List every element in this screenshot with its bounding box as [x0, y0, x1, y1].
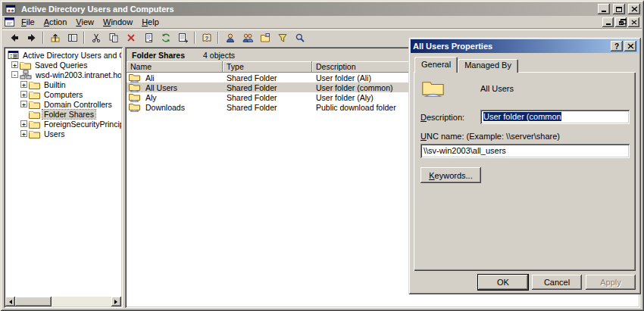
- scroll-track[interactable]: [52, 297, 111, 306]
- unc-name-input[interactable]: \\sv-win2003\all_users: [420, 144, 630, 158]
- tree-expander-icon[interactable]: +: [20, 91, 27, 98]
- properties-button[interactable]: [139, 30, 157, 45]
- refresh-button[interactable]: [157, 30, 174, 45]
- export-list-button[interactable]: [174, 30, 192, 45]
- create-new-user-button[interactable]: [221, 30, 239, 45]
- minimize-button[interactable]: [598, 4, 610, 14]
- tree-expander-icon[interactable]: +: [20, 81, 27, 88]
- set-filter-button[interactable]: [274, 30, 291, 45]
- column-header-name[interactable]: Name: [127, 61, 223, 73]
- find-objects-button[interactable]: [291, 30, 308, 45]
- close-button[interactable]: [628, 4, 640, 14]
- folder-icon: [29, 80, 40, 89]
- cell-name: Ali: [145, 73, 155, 82]
- copy-icon: [108, 33, 119, 43]
- column-header-type[interactable]: Type: [223, 61, 312, 73]
- cell-type: Shared Folder: [223, 103, 312, 112]
- tree-item-foreignsecurityprincipals[interactable]: + ForeignSecurityPrincipals: [5, 119, 121, 129]
- toolbar-separator: [42, 32, 44, 44]
- scroll-right-button[interactable]: [111, 297, 121, 306]
- tree-item-label: Users: [42, 129, 66, 138]
- forward-button[interactable]: [23, 30, 40, 45]
- cell-type: Shared Folder: [223, 83, 312, 92]
- new-user-icon: [225, 33, 236, 43]
- cut-button[interactable]: [87, 30, 105, 45]
- child-close-button[interactable]: [628, 17, 639, 27]
- menu-view[interactable]: View: [71, 17, 98, 28]
- refresh-icon: [161, 33, 171, 43]
- back-button[interactable]: [5, 30, 23, 45]
- restore-icon: [619, 21, 624, 25]
- console-window-icon: [5, 17, 14, 26]
- tree-item-label: Folder Shares: [42, 110, 95, 119]
- dialog-tabs: General Managed By: [414, 57, 518, 73]
- tree-item-label: Builtin: [42, 80, 67, 89]
- back-icon: [9, 33, 20, 43]
- all-users-properties-dialog: All Users Properties ? General Managed B…: [408, 37, 641, 294]
- folder-icon: [29, 120, 40, 129]
- tree-expander-icon[interactable]: +: [11, 61, 18, 68]
- tree-item-users[interactable]: + Users: [5, 129, 121, 138]
- dialog-titlebar[interactable]: All Users Properties ?: [411, 39, 639, 53]
- unc-name-value: \\sv-win2003\all_users: [424, 146, 506, 155]
- maximize-button[interactable]: [613, 4, 625, 14]
- svg-text:?: ?: [205, 35, 208, 42]
- tree-item-builtin[interactable]: + Builtin: [5, 79, 121, 89]
- child-restore-button[interactable]: [615, 17, 627, 27]
- create-new-organizational-unit-button[interactable]: [256, 30, 274, 45]
- delete-icon: [126, 33, 136, 43]
- tree-item-folder-shares[interactable]: Folder Shares: [5, 109, 121, 119]
- close-icon: [631, 6, 638, 12]
- tree-item-saved-queries[interactable]: + Saved Queries: [5, 60, 121, 70]
- tree-expander-icon[interactable]: +: [20, 130, 27, 137]
- up-one-level-button[interactable]: [46, 30, 64, 45]
- app-icon: [5, 4, 16, 14]
- tree-expander-icon[interactable]: +: [20, 101, 27, 107]
- tree-item-domain-controllers[interactable]: + Domain Controllers: [5, 99, 121, 109]
- toolbar-separator: [217, 32, 219, 44]
- shared-folder-icon: [128, 92, 141, 102]
- object-name: All Users: [480, 84, 514, 93]
- shared-folder-icon: [128, 82, 141, 92]
- tree-item-domain[interactable]: - wsd-win2003.intranet.home: [5, 70, 121, 79]
- horizontal-scrollbar[interactable]: [5, 297, 121, 306]
- child-window-controls: [602, 17, 641, 27]
- shared-folder-large-icon: [421, 79, 445, 97]
- help-button[interactable]: ?: [198, 30, 215, 45]
- cancel-button[interactable]: Cancel: [532, 275, 582, 290]
- tab-managed-by[interactable]: Managed By: [458, 59, 518, 73]
- keywords-button[interactable]: Keywords...: [420, 167, 481, 183]
- apply-button[interactable]: Apply: [586, 275, 636, 290]
- child-minimize-button[interactable]: [602, 17, 614, 27]
- menu-window[interactable]: Window: [98, 17, 137, 28]
- scroll-thumb[interactable]: [15, 297, 52, 306]
- tree-expander-icon[interactable]: +: [20, 120, 27, 127]
- scroll-left-button[interactable]: [5, 297, 15, 306]
- show-hide-console-tree-button[interactable]: [64, 30, 81, 45]
- dialog-close-button[interactable]: [624, 41, 636, 51]
- create-new-group-button[interactable]: [239, 30, 256, 45]
- menu-action[interactable]: Action: [39, 17, 72, 28]
- ok-button[interactable]: OK: [478, 275, 528, 290]
- menu-help[interactable]: Help: [137, 17, 164, 28]
- tree-item-computers[interactable]: + Computers: [5, 89, 121, 99]
- domain-icon: [20, 70, 32, 79]
- export-list-icon: [178, 33, 189, 43]
- menu-file[interactable]: File: [17, 17, 39, 28]
- tree-expander-icon[interactable]: -: [11, 71, 18, 78]
- tree-item-label: Computers: [42, 90, 84, 99]
- dialog-title: All Users Properties: [413, 42, 609, 51]
- menu-bar: File Action View Window Help: [2, 16, 642, 29]
- arrow-left-icon: [7, 300, 12, 304]
- folder-icon: [29, 110, 40, 119]
- copy-button[interactable]: [105, 30, 122, 45]
- minimize-icon: [602, 11, 606, 12]
- arrow-right-icon: [114, 300, 120, 304]
- window-titlebar[interactable]: Active Directory Users and Computers: [2, 2, 642, 16]
- tab-general[interactable]: General: [414, 57, 458, 73]
- delete-button[interactable]: [122, 30, 139, 45]
- up-one-level-icon: [50, 33, 61, 43]
- description-input[interactable]: User folder (common: [480, 110, 630, 124]
- tree-item-root[interactable]: Active Directory Users and Computer: [5, 50, 121, 60]
- dialog-help-button[interactable]: ?: [611, 41, 623, 51]
